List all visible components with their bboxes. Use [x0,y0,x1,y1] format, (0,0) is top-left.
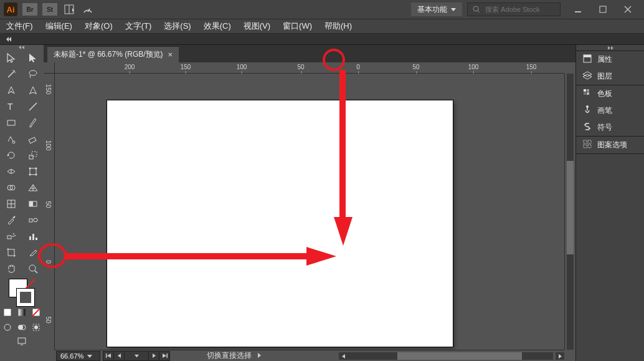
svg-marker-4 [451,8,456,11]
free-transform-tool[interactable] [22,163,44,180]
zoom-level[interactable]: 66.67% [56,351,100,361]
chevron-right-double-icon [607,46,614,50]
stroke-color[interactable] [16,288,35,307]
mesh-tool[interactable] [0,196,22,212]
menu-file[interactable]: 文件(F) [0,19,39,34]
artboard[interactable] [107,100,453,347]
vertical-scrollbar[interactable] [564,74,575,350]
menu-help[interactable]: 帮助(H) [318,19,358,34]
close-button[interactable] [615,1,640,17]
nav-first[interactable] [103,351,114,361]
line-tool[interactable] [22,99,44,115]
nav-current[interactable] [124,351,149,361]
nav-next[interactable] [148,351,159,361]
width-tool[interactable] [0,163,22,180]
draw-normal[interactable] [0,320,14,334]
panel-label: 色板 [597,89,612,99]
direct-selection-tool[interactable] [22,50,44,66]
screen-mode-button[interactable] [0,334,44,348]
color-mode-none[interactable] [29,307,44,318]
panel-swatches[interactable]: 色板 [576,85,644,102]
draw-inside[interactable] [29,320,44,334]
svg-line-24 [29,103,37,110]
vertical-ruler[interactable]: 15010050050 [44,74,55,350]
minimize-button[interactable] [566,1,590,17]
scroll-left[interactable] [339,352,348,360]
stock-button[interactable]: St [42,3,57,16]
symbol-sprayer-tool[interactable] [0,228,22,244]
workspace-switcher[interactable]: 基本功能 [411,2,462,16]
nav-last[interactable] [159,351,170,361]
arrange-documents-button[interactable] [62,2,76,16]
svg-marker-81 [163,354,166,358]
menu-window[interactable]: 窗口(W) [277,19,318,34]
menu-edit[interactable]: 编辑(E) [39,19,78,34]
shaper-tool[interactable] [0,131,22,147]
eyedropper-tool[interactable] [0,212,22,228]
stock-search-input[interactable] [484,5,552,14]
svg-point-26 [12,141,15,143]
menu-type[interactable]: 文字(T) [119,19,158,34]
fill-stroke-control[interactable] [0,277,44,307]
svg-marker-79 [135,355,139,357]
document-tab[interactable]: 未标题-1* @ 66.67% (RGB/预览) × [47,46,179,62]
perspective-grid-tool[interactable] [22,180,44,196]
panel-symbols[interactable]: 符号 [576,119,644,136]
scale-tool[interactable] [22,147,44,163]
gpu-performance-button[interactable] [81,2,95,16]
menu-effect[interactable]: 效果(C) [197,19,237,34]
curvature-tool[interactable] [22,82,44,99]
ruler-origin-corner[interactable] [44,62,55,74]
gradient-tool[interactable] [22,196,44,212]
eraser-tool[interactable] [22,131,44,147]
svg-rect-56 [36,238,37,240]
bridge-button[interactable]: Br [22,3,37,16]
menu-object[interactable]: 对象(O) [78,19,119,34]
horizontal-scrollbar[interactable] [348,352,553,360]
shaper-icon [6,133,17,145]
magic-wand-tool[interactable] [0,66,22,82]
rotate-tool[interactable] [0,147,22,163]
selection-tool[interactable] [0,50,22,66]
nav-prev[interactable] [113,351,125,361]
paintbrush-tool[interactable] [22,115,44,131]
panel-pattern-options[interactable]: 图案选项 [576,137,644,153]
shape-builder-tool[interactable] [0,180,22,196]
color-mode-solid[interactable] [0,307,14,318]
menu-select[interactable]: 选择(S) [158,19,197,34]
pen-tool[interactable] [0,82,22,99]
type-icon: T [6,101,17,112]
control-bar-collapse[interactable] [5,36,12,43]
artboard-tool[interactable] [0,244,22,261]
blend-tool[interactable] [22,212,44,228]
panel-brushes[interactable]: 画笔 [576,102,644,119]
rectangle-tool[interactable] [0,115,22,131]
zoom-tool[interactable] [22,261,44,277]
stock-search[interactable] [467,2,561,16]
slice-tool[interactable] [22,244,44,261]
maximize-button[interactable] [590,1,615,17]
panel-layers[interactable]: 图层 [576,68,644,85]
status-text[interactable]: 切换直接选择 [207,350,261,361]
hand-tool[interactable] [0,261,22,277]
draw-behind[interactable] [14,320,29,334]
svg-marker-12 [9,37,11,42]
panel-properties[interactable]: 属性 [576,51,644,68]
column-graph-tool[interactable] [22,228,44,244]
canvas-viewport[interactable] [55,74,564,350]
scroll-right[interactable] [556,352,564,360]
lasso-tool[interactable] [22,66,44,82]
ruler-h-tick: 50 [412,64,419,70]
menu-view[interactable]: 视图(V) [237,19,277,34]
chevron-down-icon [87,354,92,359]
horizontal-ruler[interactable]: 20015010050050100150 [55,62,564,74]
app-logo: Ai [4,2,17,16]
panels-collapse[interactable] [576,45,644,51]
color-mode-gradient[interactable] [14,307,29,318]
chevron-down-icon [451,7,456,12]
app-titlebar: Ai Br St 基本功能 [0,0,644,19]
tools-collapse[interactable] [0,45,44,50]
tab-close-button[interactable]: × [168,50,173,59]
ruler-h-tick: 150 [181,64,191,70]
type-tool[interactable]: T [0,99,22,115]
